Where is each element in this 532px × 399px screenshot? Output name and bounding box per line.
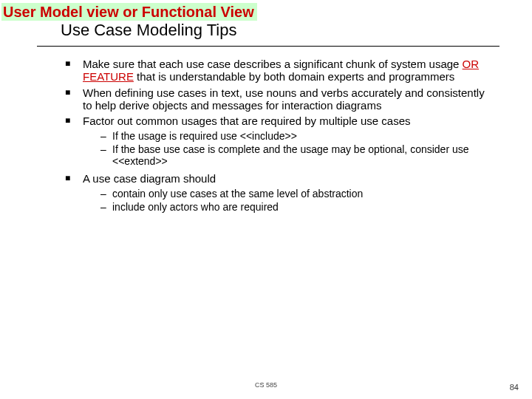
sub-item: include only actors who are required	[100, 201, 494, 213]
bullet-text: A use case diagram should	[83, 172, 216, 185]
bullet-text: Factor out common usages that are requir…	[83, 115, 411, 127]
sub-item: contain only use cases at the same level…	[100, 188, 494, 200]
bullet-item: When defining use cases in text, use nou…	[65, 86, 494, 112]
bullet-text: that is understandable by both domain ex…	[134, 70, 454, 83]
bullet-item: Factor out common usages that are requir…	[65, 115, 494, 168]
sub-list: If the usage is required use <<include>>…	[100, 130, 494, 167]
divider	[37, 46, 499, 47]
footer-course: CS 585	[0, 381, 532, 389]
bullet-text: When defining use cases in text, use nou…	[83, 86, 485, 112]
sub-item: If the usage is required use <<include>>	[100, 130, 494, 142]
sub-item: If the base use case is complete and the…	[100, 143, 494, 167]
sub-list: contain only use cases at the same level…	[100, 188, 494, 213]
banner-title: User Model view or Functional View	[1, 3, 257, 21]
content-area: Make sure that each use case describes a…	[65, 58, 494, 217]
bullet-text: Make sure that each use case describes a…	[83, 58, 463, 70]
page-subtitle: Use Case Modeling Tips	[61, 21, 236, 40]
bullet-item: Make sure that each use case describes a…	[65, 58, 494, 83]
bullet-item: A use case diagram shouldcontain only us…	[65, 172, 494, 213]
footer-page-number: 84	[510, 383, 519, 392]
bullet-list: Make sure that each use case describes a…	[65, 58, 494, 213]
